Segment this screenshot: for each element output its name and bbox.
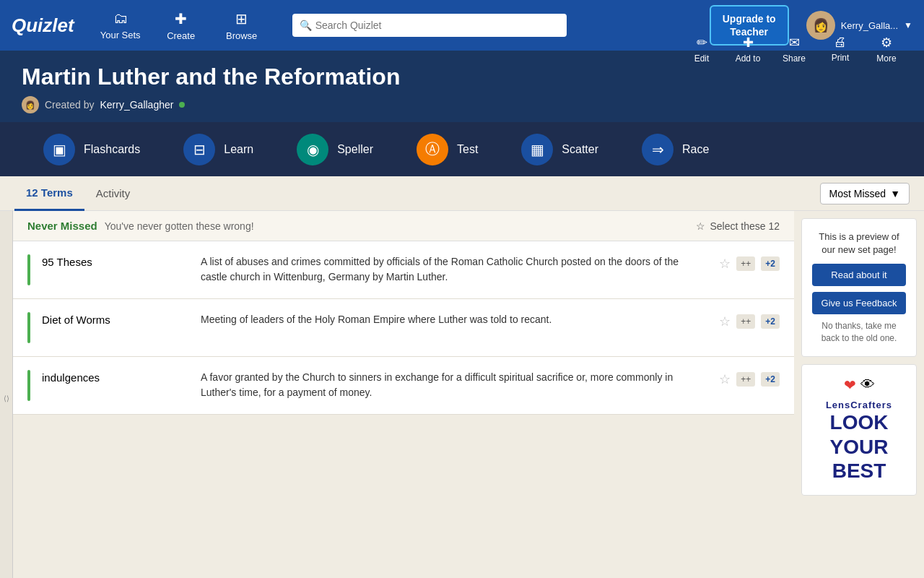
created-by-label: Created by: [45, 99, 94, 111]
nav-create[interactable]: ✚ Create: [160, 10, 203, 41]
plus-plus-button[interactable]: ++: [736, 372, 755, 387]
share-icon: ✉: [789, 35, 800, 51]
heart-icon: ❤: [844, 376, 856, 394]
preview-box: This is a preview of our new set page! R…: [801, 218, 917, 357]
ad-logo-row: ❤ 👁: [812, 376, 906, 394]
right-sidebar: This is a preview of our new set page! R…: [794, 211, 924, 578]
term-definition: A list of abuses and crimes committed by…: [201, 254, 707, 285]
term-word: Diet of Worms: [42, 312, 201, 326]
star-button[interactable]: ☆: [719, 256, 731, 272]
create-icon: ✚: [175, 10, 187, 27]
never-missed-label: Never Missed: [27, 220, 97, 232]
ad-box: ❤ 👁 LensCrafters LOOKYOURBEST: [801, 364, 917, 496]
creator-avatar: 👩: [22, 96, 39, 113]
term-actions: ☆ ++ +2: [707, 254, 780, 272]
search-input[interactable]: [292, 14, 567, 37]
print-button[interactable]: 🖨 Print: [824, 35, 856, 64]
plus-plus-button[interactable]: ++: [736, 256, 755, 271]
add-to-button[interactable]: ✚ Add to: [732, 35, 764, 64]
never-missed-subtitle: You've never gotten these wrong!: [105, 220, 254, 232]
search-icon: 🔍: [300, 20, 312, 31]
read-about-button[interactable]: Read about it: [812, 264, 906, 286]
term-word: 95 Theses: [42, 254, 201, 268]
username: Kerry_Galla...: [841, 20, 898, 31]
term-actions: ☆ ++ +2: [707, 312, 780, 329]
nav-your-sets[interactable]: 🗂 Your Sets: [99, 10, 142, 40]
activity-tab[interactable]: Activity: [84, 177, 142, 210]
term-definition: Meeting of leaders of the Holy Roman Emp…: [201, 312, 707, 327]
more-icon: ⚙: [881, 35, 892, 51]
print-icon: 🖨: [834, 35, 847, 50]
plus2-button[interactable]: +2: [761, 314, 780, 329]
ad-brand: LensCrafters: [812, 400, 906, 410]
study-mode-race[interactable]: ⇒ Race: [620, 122, 731, 176]
star-icon: ☆: [696, 220, 705, 232]
no-thanks-link[interactable]: No thanks, take me back to the old one.: [812, 320, 906, 345]
nav-create-label: Create: [167, 30, 195, 41]
term-left-bar: [27, 254, 30, 285]
most-missed-button[interactable]: Most Missed ▼: [820, 183, 910, 204]
nav-your-sets-label: Your Sets: [100, 30, 141, 40]
term-word: indulgences: [42, 370, 201, 384]
learn-icon: ⊟: [183, 134, 215, 165]
plus2-button[interactable]: +2: [761, 256, 780, 271]
nav-browse[interactable]: ⊞ Browse: [220, 10, 263, 41]
preview-text: This is a preview of our new set page!: [812, 230, 906, 256]
chevron-down-icon: ▼: [890, 188, 900, 199]
ad-tagline: LOOKYOURBEST: [812, 410, 906, 483]
search-bar: 🔍: [292, 14, 681, 37]
table-row: Diet of Worms Meeting of leaders of the …: [13, 299, 794, 357]
your-sets-icon: 🗂: [113, 10, 128, 27]
logo[interactable]: Quizlet: [12, 14, 74, 37]
terms-tab[interactable]: 12 Terms: [14, 176, 84, 211]
select-all-button[interactable]: ☆ Select these 12: [696, 220, 780, 232]
plus-plus-button[interactable]: ++: [736, 314, 755, 329]
scatter-icon: ▦: [521, 134, 553, 165]
terms-list: Never Missed You've never gotten these w…: [13, 211, 794, 578]
collapse-icon: ⟨⟩: [4, 394, 9, 402]
term-actions: ☆ ++ +2: [707, 370, 780, 387]
eye-icon: 👁: [860, 376, 875, 393]
edit-button[interactable]: ✏ Edit: [686, 35, 718, 64]
term-definition: A favor granted by the Church to sinners…: [201, 370, 707, 400]
feedback-button[interactable]: Give us Feedback: [812, 292, 906, 314]
study-mode-test[interactable]: Ⓐ Test: [395, 122, 500, 176]
terms-bar: 12 Terms Activity Most Missed ▼: [0, 176, 924, 211]
test-icon: Ⓐ: [417, 134, 448, 165]
study-mode-scatter[interactable]: ▦ Scatter: [500, 122, 620, 176]
nav-browse-label: Browse: [226, 30, 257, 41]
more-button[interactable]: ⚙ More: [871, 35, 902, 64]
study-modes-bar: ▣ Flashcards ⊟ Learn ◉ Speller Ⓐ Test ▦ …: [0, 122, 924, 176]
main-content: ⟨⟩ Never Missed You've never gotten thes…: [0, 211, 924, 578]
speller-icon: ◉: [297, 134, 328, 165]
edit-icon: ✏: [697, 35, 707, 51]
race-icon: ⇒: [642, 134, 674, 165]
online-status-dot: [179, 102, 185, 108]
flashcards-icon: ▣: [43, 134, 75, 165]
plus2-button[interactable]: +2: [761, 372, 780, 387]
table-row: indulgences A favor granted by the Churc…: [13, 357, 794, 415]
terms-container: 95 Theses A list of abuses and crimes co…: [13, 241, 794, 415]
set-header: Martin Luther and the Reformation 👩 Crea…: [0, 51, 924, 122]
study-mode-flashcards[interactable]: ▣ Flashcards: [22, 122, 162, 176]
browse-icon: ⊞: [235, 10, 248, 27]
term-left-bar: [27, 370, 30, 401]
star-button[interactable]: ☆: [719, 314, 731, 329]
study-mode-speller[interactable]: ◉ Speller: [275, 122, 395, 176]
side-handle[interactable]: ⟨⟩: [0, 211, 13, 578]
term-left-bar: [27, 312, 30, 343]
study-mode-learn[interactable]: ⊟ Learn: [162, 122, 275, 176]
chevron-down-icon: ▼: [904, 20, 912, 30]
table-row: 95 Theses A list of abuses and crimes co…: [13, 241, 794, 299]
add-to-icon: ✚: [743, 35, 754, 51]
share-button[interactable]: ✉ Share: [778, 35, 810, 64]
star-button[interactable]: ☆: [719, 371, 731, 387]
toolbar: ✏ Edit ✚ Add to ✉ Share 🖨 Print ⚙ More: [686, 35, 902, 64]
creator-name[interactable]: Kerry_Gallagher: [100, 99, 173, 111]
creator-row: 👩 Created by Kerry_Gallagher: [22, 96, 686, 113]
set-title: Martin Luther and the Reformation: [22, 64, 686, 90]
never-missed-banner: Never Missed You've never gotten these w…: [13, 211, 794, 241]
